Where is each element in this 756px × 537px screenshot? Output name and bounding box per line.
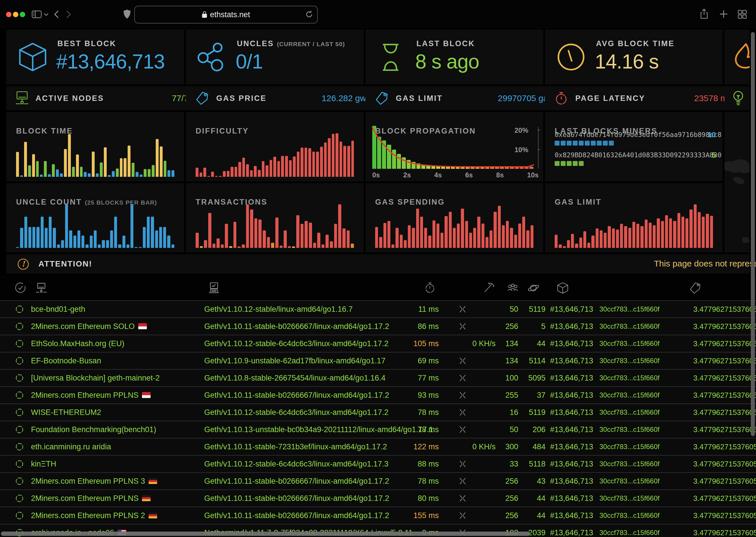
share-icon[interactable] — [700, 9, 708, 20]
table-row[interactable]: Foundation Benchmarking(bench01) Geth/v1… — [0, 421, 756, 438]
table-row[interactable]: 2Miners.com Ethereum SOLO Geth/v1.10.11-… — [0, 317, 756, 335]
de-flag-icon — [149, 478, 157, 484]
horizontal-scrollbar[interactable] — [1, 532, 530, 536]
new-tab-icon[interactable] — [719, 10, 728, 18]
node-pending: 5095 — [524, 370, 546, 386]
node-pending: 5114 — [524, 352, 546, 369]
node-block: #13,646,713 — [550, 438, 593, 455]
node-block-hash: 30ccf783...c15f660f — [600, 507, 659, 524]
node-block-hash: 30ccf783...c15f660f — [600, 370, 659, 386]
block-column-icon[interactable] — [556, 282, 569, 294]
card-label: UNCLES (CURRENT / LAST 50) — [237, 39, 345, 48]
transactions-chart — [196, 204, 354, 248]
table-row[interactable]: WISE-ETHEREUM2 Geth/v1.10.12-stable-6c4d… — [0, 403, 756, 421]
node-block-hash: 30ccf783...c15f660f — [600, 301, 659, 317]
miner-address[interactable]: 0xea674fdde714fd979de3edf0f56aa9716b898e… — [555, 131, 722, 139]
table-row[interactable]: EF-Bootnode-Busan Geth/v1.10.9-unstable-… — [0, 352, 756, 369]
node-pending: 5119 — [524, 301, 546, 317]
node-block: #13,646,713 — [550, 352, 593, 369]
vertical-scrollbar[interactable] — [751, 32, 755, 436]
node-peers: 255 — [498, 387, 518, 403]
node-difficulty: 3.477962715376051e+2 — [690, 370, 756, 386]
node-pending: 44 — [524, 335, 546, 352]
url-bar[interactable]: ethstats.net — [134, 6, 318, 23]
node-name: 2Miners.com Ethereum PPLNS 2 — [31, 507, 157, 524]
node-block-hash: 30ccf783...c15f660f — [600, 421, 659, 438]
panel-block-time: BLOCK TIME — [6, 112, 184, 182]
sidebar-toggle-icon[interactable] — [31, 10, 42, 18]
shield-icon[interactable] — [123, 9, 131, 19]
best-block-value: #13,646,713 — [56, 50, 165, 73]
node-block-hash: 30ccf783...c15f660f — [600, 318, 659, 335]
y-axis-tick — [537, 149, 540, 150]
difficulty-chart — [196, 133, 354, 177]
stat-page-latency: PAGE LATENCY 23578 ms — [545, 86, 741, 110]
node-peers: 50 — [498, 421, 518, 438]
miner-address[interactable]: 0x829BD824B016326A401d083B33D092293333A8… — [555, 151, 722, 159]
card-best-block: BEST BLOCK #13,646,713 — [6, 29, 184, 85]
table-row[interactable]: 2Miners.com Ethereum PPLNS 3 Geth/v1.10.… — [0, 472, 756, 489]
table-row[interactable]: EthSolo.MaxHash.org (EU) Geth/v1.10.12-s… — [0, 335, 756, 352]
client-column-icon[interactable] — [208, 282, 220, 294]
node-version: Geth/v1.10.12-stable-6c4dc6c3/linux-amd6… — [204, 335, 388, 352]
de-flag-icon — [142, 495, 151, 501]
back-button[interactable] — [54, 10, 59, 19]
status-column-icon[interactable] — [14, 282, 26, 294]
table-row[interactable]: bce-bnd01-geth Geth/v1.10.12-stable/linu… — [0, 300, 756, 317]
table-row[interactable]: kinΞTH Geth/v1.10.12-stable-6c4dc6c3/lin… — [0, 455, 756, 472]
miners-list: 0xea674fdde714fd979de3edf0f56aa9716b898e… — [555, 131, 716, 172]
table-row[interactable]: [Universa Blockchain] geth-mainnet-2 Get… — [0, 369, 756, 386]
table-row[interactable]: 2Miners.com Ethereum PPLNS Geth/v1.10.11… — [0, 489, 756, 507]
node-status-icon — [16, 426, 23, 434]
node-difficulty: 3.477962715376051e+2 — [690, 507, 756, 524]
latency-column-icon[interactable] — [424, 282, 436, 294]
x-axis-tick-label: 6s — [465, 171, 473, 179]
gas-limit-value: 29970705 gas — [498, 94, 553, 103]
browser-chrome: ethstats.net — [0, 0, 756, 29]
node-latency: 78 ms — [393, 473, 439, 489]
table-row[interactable]: 2Miners.com Ethereum PPLNS Geth/v1.10.11… — [0, 386, 756, 403]
minimize-window-button[interactable] — [13, 12, 18, 17]
zoom-window-button[interactable] — [20, 12, 25, 17]
x-axis-tick-label: 2s — [403, 171, 411, 179]
table-row[interactable]: eth.icanmining.ru aridia Geth/v1.10.11-s… — [0, 438, 756, 455]
gas-spending-chart — [375, 204, 533, 248]
pending-column-icon[interactable] — [527, 282, 540, 294]
node-block-hash: 30ccf783...c15f660f — [600, 490, 659, 507]
forward-button[interactable] — [66, 10, 71, 19]
node-latency: 88 ms — [393, 456, 439, 472]
y-axis-label: 10% — [514, 146, 528, 154]
panel-gas-spending: GAS SPENDING — [365, 183, 543, 252]
node-block: #13,646,713 — [550, 524, 593, 537]
mining-column-icon[interactable] — [483, 282, 495, 294]
node-block: #13,646,713 — [550, 507, 593, 524]
propagation-curve — [372, 123, 533, 169]
refresh-icon[interactable] — [305, 10, 313, 18]
node-name: kinΞTH — [31, 456, 56, 472]
node-difficulty: 3.477962715376051e+2 — [690, 352, 756, 369]
difficulty-column-icon[interactable] — [689, 282, 701, 294]
node-name: 2Miners.com Ethereum PPLNS — [31, 490, 151, 507]
node-latency: 105 ms — [393, 335, 439, 352]
node-pending: 5119 — [524, 404, 546, 421]
miner-block-squares — [555, 161, 716, 166]
uncles-molecule-icon — [196, 41, 228, 73]
card-partial-hashrate — [725, 29, 750, 85]
node-block: #13,646,713 — [550, 404, 593, 421]
table-header — [0, 275, 756, 300]
node-name: Foundation Benchmarking(bench01) — [31, 421, 156, 438]
close-window-button[interactable] — [6, 12, 12, 17]
table-row[interactable]: 2Miners.com Ethereum PPLNS 2 Geth/v1.10.… — [0, 507, 756, 524]
node-column-icon[interactable] — [35, 282, 48, 294]
chevron-down-icon[interactable] — [44, 13, 49, 16]
peers-column-icon[interactable] — [507, 282, 519, 294]
panel-gas-limit: GAS LIMIT — [545, 183, 723, 252]
x-axis-labels: 0s2s4s6s8s10s — [372, 171, 539, 179]
panel-uncle-count: UNCLE COUNT (25 BLOCKS PER BAR) — [6, 183, 184, 252]
y-axis-line — [538, 127, 539, 169]
browser-window: ethstats.net — [0, 0, 756, 537]
sg-flag-icon — [142, 392, 151, 398]
node-peers: 50 — [498, 301, 518, 317]
node-latency: 80 ms — [393, 490, 439, 507]
tab-overview-icon[interactable] — [738, 10, 747, 19]
